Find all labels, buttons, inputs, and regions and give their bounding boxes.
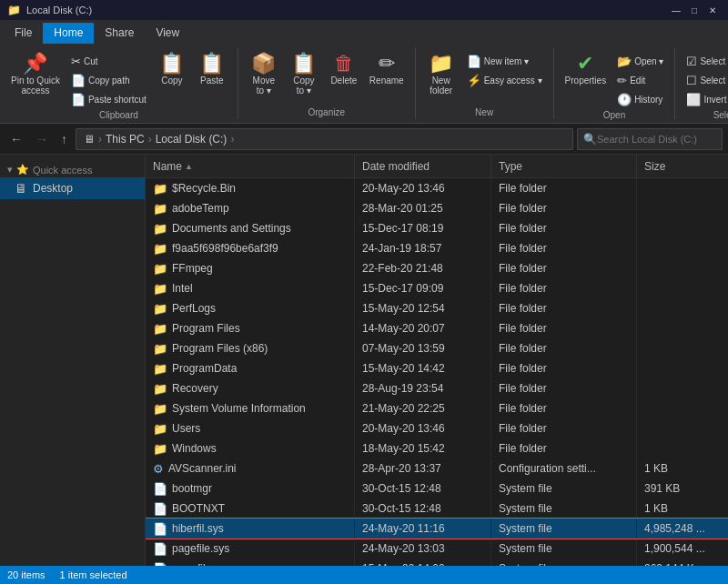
col-header-size[interactable]: Size [637,155,728,177]
back-button[interactable]: ← [5,129,27,149]
quick-access-section: ▾ ⭐ Quick access [0,160,145,177]
file-date-cell: 21-May-20 22:25 [355,398,491,418]
search-icon: 🔍 [583,133,597,146]
new-item-button[interactable]: 📄 New item ▾ [463,53,546,70]
file-date-cell: 07-May-20 13:59 [355,338,491,358]
title-controls: — □ ✕ [668,4,721,16]
address-path[interactable]: 🖥 › This PC › Local Disk (C:) › [76,128,573,150]
search-input[interactable] [597,134,723,145]
table-row[interactable]: 📄 pagefile.sys 24-May-20 13:03 System fi… [146,539,728,559]
file-size-cell [637,238,728,258]
file-date-cell: 24-Jan-19 18:57 [355,238,491,258]
file-date-cell: 15-May-20 14:42 [355,358,491,378]
tab-home[interactable]: Home [43,23,94,44]
ribbon-group-organize: 📦 Moveto ▾ 📋 Copyto ▾ 🗑 Delete ✏ Rename … [238,47,416,119]
paste-shortcut-button[interactable]: 📄 Paste shortcut [67,91,150,108]
copy-to-button[interactable]: 📋 Copyto ▾ [286,51,322,98]
invert-selection-button[interactable]: ⬜ Invert selection [682,91,728,108]
file-name-cell: 📁 Users [146,418,355,438]
copy-button[interactable]: 📋 Copy [154,51,190,88]
easy-access-button[interactable]: ⚡ Easy access ▾ [463,72,546,89]
move-to-button[interactable]: 📦 Moveto ▾ [246,51,282,98]
table-row[interactable]: 📁 f9aa5f698f96be6af3f9 24-Jan-19 18:57 F… [146,238,728,258]
file-type-cell: System file [491,498,637,519]
cut-icon: ✂ [71,55,81,68]
table-row[interactable]: 📁 Program Files 14-May-20 20:07 File fol… [146,318,728,338]
file-type-icon: 📁 [153,342,167,356]
properties-button[interactable]: ✔ Properties [561,51,611,88]
file-type-icon: 📄 [153,562,167,567]
table-row[interactable]: ⚙ AVScanner.ini 28-Apr-20 13:37 Configur… [146,458,728,478]
table-row[interactable]: 📄 BOOTNXT 30-Oct-15 12:48 System file 1 … [146,498,728,519]
file-name: pagefile.sys [172,542,229,555]
history-button[interactable]: 🕐 History [613,91,667,108]
address-bar: ← → ↑ 🖥 › This PC › Local Disk (C:) › 🔍 [0,124,728,155]
up-button[interactable]: ↑ [56,129,72,149]
table-row[interactable]: 📁 Recovery 28-Aug-19 23:54 File folder [146,378,728,398]
col-header-date[interactable]: Date modified [355,155,491,177]
file-date-cell: 20-May-20 13:46 [355,418,491,438]
file-name-cell: 📄 bootmgr [146,478,355,498]
minimize-button[interactable]: — [668,4,684,16]
file-size-cell: 4,985,248 ... [637,519,728,539]
table-row[interactable]: 📁 Windows 18-May-20 15:42 File folder [146,438,728,458]
select-none-button[interactable]: ☐ Select none [682,72,728,89]
file-name-cell: 📁 Intel [146,278,355,298]
file-name-cell: 📁 PerfLogs [146,298,355,318]
table-row[interactable]: 📁 $Recycle.Bin 20-May-20 13:46 File fold… [146,178,728,198]
file-date-cell: 15-Dec-17 09:09 [355,278,491,298]
clipboard-label: Clipboard [99,108,138,120]
table-row[interactable]: 📁 Documents and Settings 15-Dec-17 08:19… [146,218,728,238]
close-button[interactable]: ✕ [704,4,721,16]
tab-view[interactable]: View [145,23,190,44]
open-button[interactable]: 📂 Open ▾ [613,53,667,70]
tab-file[interactable]: File [4,23,43,44]
table-row[interactable]: 📁 Users 20-May-20 13:46 File folder [146,418,728,438]
table-row[interactable]: 📄 hiberfil.sys 24-May-20 11:16 System fi… [146,519,728,539]
paste-button[interactable]: 📋 Paste [194,51,230,88]
sidebar: ▾ ⭐ Quick access 🖥 Desktop [0,155,146,566]
open-icon: 📂 [617,55,632,68]
copy-path-button[interactable]: 📄 Copy path [67,72,150,89]
file-name: f9aa5f698f96be6af3f9 [172,242,278,255]
col-header-name[interactable]: Name ▲ [146,155,355,177]
table-row[interactable]: 📁 ProgramData 15-May-20 14:42 File folde… [146,358,728,378]
edit-button[interactable]: ✏ Edit [613,72,667,89]
table-row[interactable]: 📁 Program Files (x86) 07-May-20 13:59 Fi… [146,338,728,358]
file-size-cell [637,258,728,278]
table-row[interactable]: 📁 PerfLogs 15-May-20 12:54 File folder [146,298,728,318]
tab-share[interactable]: Share [94,23,145,44]
cut-button[interactable]: ✂ Cut [67,53,150,70]
open-label: Open [603,108,625,120]
table-row[interactable]: 📁 System Volume Information 21-May-20 22… [146,398,728,418]
rename-button[interactable]: ✏ Rename [366,51,408,88]
forward-button[interactable]: → [31,129,53,149]
table-row[interactable]: 📄 swapfile.sys 15-May-20 14:00 System fi… [146,559,728,566]
invert-selection-icon: ⬜ [686,93,701,106]
file-type-icon: ⚙ [153,462,164,476]
pin-to-quick-access-button[interactable]: 📌 Pin to Quickaccess [7,51,64,98]
file-name-cell: 📁 FFmpeg [146,258,355,278]
file-type-icon: 📁 [153,442,167,456]
table-row[interactable]: 📁 FFmpeg 22-Feb-20 21:48 File folder [146,258,728,278]
file-type-icon: 📁 [153,302,167,316]
search-box[interactable]: 🔍 [577,128,723,150]
file-size-cell [637,278,728,298]
new-folder-button[interactable]: 📁 Newfolder [423,51,460,98]
select-label: Select [713,108,728,120]
file-name-cell: ⚙ AVScanner.ini [146,458,355,478]
file-name-cell: 📄 pagefile.sys [146,539,355,559]
file-date-cell: 28-Aug-19 23:54 [355,378,491,398]
sidebar-item-desktop[interactable]: 🖥 Desktop [0,177,145,199]
file-list: 📁 $Recycle.Bin 20-May-20 13:46 File fold… [146,178,728,566]
select-all-button[interactable]: ☑ Select all [682,53,728,70]
delete-button[interactable]: 🗑 Delete [326,51,362,88]
table-row[interactable]: 📄 bootmgr 30-Oct-15 12:48 System file 39… [146,478,728,498]
history-icon: 🕐 [617,93,632,106]
maximize-button[interactable]: □ [686,4,703,16]
star-icon: ⭐ [16,164,29,176]
col-header-type[interactable]: Type [491,155,637,177]
table-row[interactable]: 📁 Intel 15-Dec-17 09:09 File folder [146,278,728,298]
table-row[interactable]: 📁 adobeTemp 28-Mar-20 01:25 File folder [146,198,728,218]
file-type-icon: 📁 [153,222,167,236]
